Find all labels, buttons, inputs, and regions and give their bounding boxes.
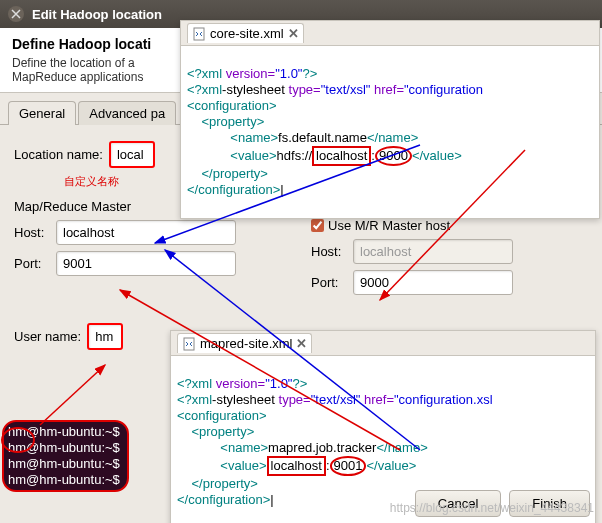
mr-host-label: Host: <box>14 225 50 240</box>
user-name-input[interactable] <box>87 323 123 350</box>
dfs-host-label: Host: <box>311 244 347 259</box>
tab-general[interactable]: General <box>8 101 76 125</box>
editor-code[interactable]: <?xml version="1.0"?> <?xml-stylesheet t… <box>181 46 599 218</box>
editor-tab-core-site[interactable]: core-site.xml ✕ <box>187 23 304 43</box>
terminal-line: hm@hm-ubuntu:~$ <box>8 424 123 440</box>
mr-port-label: Port: <box>14 256 50 271</box>
svg-rect-0 <box>194 28 204 40</box>
svg-line-6 <box>40 365 105 425</box>
tab-advanced[interactable]: Advanced pa <box>78 101 176 125</box>
terminal-line: hm@hm-ubuntu:~$ <box>8 440 123 456</box>
dfs-host-input <box>353 239 513 264</box>
editor-tab-mapred-site[interactable]: mapred-site.xml ✕ <box>177 333 312 353</box>
terminal-line: hm@hm-ubuntu:~$ <box>8 472 123 488</box>
mr-port-input[interactable] <box>56 251 236 276</box>
mr-host-input[interactable] <box>56 220 236 245</box>
close-icon[interactable]: ✕ <box>296 336 307 351</box>
use-mr-host-checkbox[interactable] <box>311 219 324 232</box>
terminal-line: hm@hm-ubuntu:~$ <box>8 456 123 472</box>
window-title: Edit Hadoop location <box>32 7 162 22</box>
use-mr-host-label: Use M/R Master host <box>328 218 450 233</box>
location-name-input[interactable] <box>109 141 155 168</box>
editor-tab-label: mapred-site.xml <box>200 336 292 351</box>
editor-core-site: core-site.xml ✕ <?xml version="1.0"?> <?… <box>180 20 600 219</box>
terminal: hm@hm-ubuntu:~$ hm@hm-ubuntu:~$ hm@hm-ub… <box>2 420 129 492</box>
editor-tab-label: core-site.xml <box>210 26 284 41</box>
close-icon[interactable] <box>8 6 24 22</box>
xml-file-icon <box>192 27 206 41</box>
user-name-label: User name: <box>14 329 81 344</box>
location-name-label: Location name: <box>14 147 103 162</box>
xml-file-icon <box>182 337 196 351</box>
dfs-port-input[interactable] <box>353 270 513 295</box>
watermark: https://blog.csdn.net/weixin_44438341 <box>390 501 594 515</box>
dfs-port-label: Port: <box>311 275 347 290</box>
close-icon[interactable]: ✕ <box>288 26 299 41</box>
svg-rect-1 <box>184 338 194 350</box>
